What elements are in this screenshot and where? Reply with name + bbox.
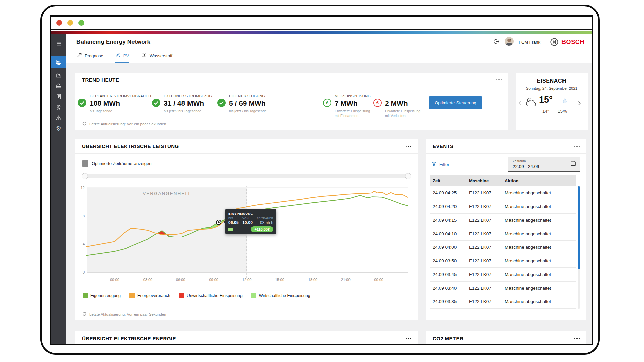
- card-title: ÜBERSICHT ELEKTRISCHE ENERGIE: [82, 336, 176, 341]
- table-row[interactable]: 24.09 04:10E122 LK07Maschine angeschalte…: [430, 227, 576, 241]
- sidebar-item-toolbox[interactable]: [51, 80, 66, 91]
- logout-icon[interactable]: [493, 38, 500, 46]
- table-row[interactable]: 24.09 03:50E122 LK07Maschine angeschalte…: [430, 254, 576, 268]
- tooltip-profit-badge: +110,00€: [251, 226, 273, 232]
- app-header: Balancing Energy Network: [66, 34, 592, 50]
- optimierte-steuerung-button[interactable]: Optimierte Steuerung: [429, 96, 482, 109]
- table-row[interactable]: 24.09 03:45E122 LK07Maschine abgeschalte…: [430, 268, 576, 282]
- more-menu-icon[interactable]: [574, 146, 580, 147]
- sidebar-item-dashboard[interactable]: [51, 56, 66, 68]
- power-overview-card: ÜBERSICHT ELEKTRISCHE LEISTUNG Optimiert…: [75, 139, 418, 320]
- tooltip-swatch: [228, 228, 233, 231]
- svg-text:4: 4: [83, 242, 85, 246]
- more-menu-icon[interactable]: [406, 146, 411, 147]
- svg-text:18:00: 18:00: [308, 278, 318, 282]
- tab-prognose[interactable]: Prognose: [76, 52, 103, 63]
- window-minimize-icon[interactable]: [67, 20, 73, 26]
- svg-text:00:00: 00:00: [110, 278, 119, 282]
- sidebar-item-alerts[interactable]: [51, 113, 66, 123]
- svg-text:21:00: 21:00: [341, 278, 351, 282]
- chevron-right-icon[interactable]: [578, 101, 581, 107]
- check-circle-icon: [217, 99, 226, 107]
- sidebar-item-factory[interactable]: [51, 70, 66, 80]
- table-row[interactable]: 24.09 03:40E122 LK07Maschine angeschalte…: [430, 282, 576, 295]
- table-row[interactable]: 24.09 04:00E122 LK07Maschine abgeschalte…: [430, 241, 576, 254]
- last-update-line: Letzte Aktualisierung: Vor ein paar Seku…: [82, 312, 166, 317]
- svg-text:12:00: 12:00: [242, 278, 252, 282]
- scrollbar-track[interactable]: [578, 186, 580, 309]
- content-area: TREND HEUTE GEPLANTER STROMVERBRAUCH 1: [66, 63, 592, 344]
- last-update-line: Letzte Aktualisierung: Vor ein paar Seku…: [82, 121, 166, 127]
- svg-text:00:00: 00:00: [374, 278, 383, 282]
- time-range-slider[interactable]: [82, 174, 411, 178]
- filter-button[interactable]: Filter: [431, 161, 449, 168]
- slider-handle-right[interactable]: [405, 173, 411, 179]
- sun-icon: [115, 52, 121, 59]
- events-table: Zeit Maschine Aktion 24.09 04:25E122 LK0…: [430, 175, 576, 309]
- card-title: EVENTS: [433, 143, 453, 149]
- refresh-icon[interactable]: [82, 121, 87, 127]
- chart-area: 0481200:0003:0006:0009:0012:0015:0018:00…: [78, 183, 415, 284]
- weather-temp: 15°: [539, 95, 553, 105]
- avatar[interactable]: [505, 37, 514, 47]
- waves-icon: [141, 52, 147, 59]
- weather-precipitation: 15%: [558, 109, 567, 114]
- tab-wasserstoff[interactable]: Wasserstoff: [141, 52, 172, 63]
- legend-swatch: [179, 293, 184, 298]
- table-row[interactable]: 24.09 04:20E122 LK07Maschine angeschalte…: [430, 200, 576, 214]
- sidebar-item-settings[interactable]: [51, 123, 66, 134]
- sidebar: [51, 34, 66, 344]
- events-card: EVENTS Filter: [426, 139, 586, 320]
- chevron-left-icon[interactable]: [518, 101, 521, 107]
- legend-item: Unwirtschaftliche Einspeisung: [179, 293, 243, 298]
- legend-item: Wirtschaftliche Einspeisung: [251, 293, 310, 298]
- more-menu-icon[interactable]: [406, 338, 411, 339]
- svg-text:06:00: 06:00: [176, 278, 185, 282]
- scrollbar-thumb[interactable]: [578, 186, 580, 269]
- more-menu-icon[interactable]: [496, 79, 502, 81]
- tab-pv[interactable]: PV: [115, 52, 129, 63]
- metric-externer-strombezug: EXTERNER STROMBEZUG 31 / 48 MWh bis jetz…: [152, 94, 212, 113]
- check-circle-icon: [152, 99, 160, 107]
- euro-red-icon: [373, 99, 382, 107]
- co2-meter-card: CO2 METER: [426, 331, 586, 344]
- zeitraum-field[interactable]: Zeitraum 22.09 - 24.09: [508, 157, 580, 172]
- page-title: Balancing Energy Network: [76, 39, 150, 45]
- trend-heute-card: TREND HEUTE GEPLANTER STROMVERBRAUCH 1: [75, 73, 508, 130]
- table-row[interactable]: 24.09 04:15E122 LK07Maschine abgeschalte…: [430, 214, 576, 227]
- calendar-icon: [570, 160, 576, 168]
- legend-swatch: [83, 293, 88, 298]
- euro-green-icon: [323, 99, 331, 107]
- svg-text:09:00: 09:00: [209, 278, 218, 282]
- brand-wordmark: BOSCH: [561, 39, 584, 46]
- card-title: TREND HEUTE: [82, 77, 119, 83]
- sidebar-item-certificates[interactable]: [51, 102, 66, 113]
- card-title: CO2 METER: [433, 336, 463, 341]
- page: Balancing Energy Network: [0, 0, 644, 362]
- window-close-icon[interactable]: [56, 20, 62, 26]
- factory-icon: [55, 72, 62, 78]
- legend-label: Wirtschaftliche Einspeisung: [259, 293, 310, 298]
- bosch-supergraphic-strip: [51, 31, 592, 34]
- energy-overview-card: ÜBERSICHT ELEKTRISCHE ENERGIE: [75, 331, 418, 344]
- gear-icon: [56, 125, 61, 132]
- svg-text:15:00: 15:00: [275, 278, 284, 282]
- sidebar-item-reports[interactable]: [51, 91, 66, 102]
- legend-swatch: [129, 293, 135, 298]
- award-icon: [55, 104, 62, 111]
- events-table-header: Zeit Maschine Aktion: [430, 175, 576, 186]
- events-table-body: 24.09 04:25E122 LK07Maschine abgeschalte…: [430, 186, 576, 309]
- window-zoom-icon[interactable]: [78, 20, 84, 26]
- tabbar: Prognose PV: [66, 50, 592, 63]
- optimized-periods-toggle: Optimierte Zeiträume anzeigen: [82, 160, 151, 167]
- slider-handle-left[interactable]: [82, 173, 88, 179]
- svg-text:03:00: 03:00: [143, 278, 153, 282]
- table-row[interactable]: 24.09 04:25E122 LK07Maschine abgeschalte…: [430, 186, 576, 200]
- refresh-icon[interactable]: [82, 312, 87, 317]
- more-menu-icon[interactable]: [574, 338, 580, 339]
- hamburger-menu-icon[interactable]: [51, 38, 66, 49]
- table-row[interactable]: 24.09 03:35E122 LK07Maschine abgeschalte…: [430, 295, 576, 309]
- funnel-icon: [431, 161, 437, 168]
- metric-geplanter-stromverbrauch: GEPLANTER STROMVERBRAUCH 108 MWh bis Tag…: [78, 94, 151, 113]
- checkbox[interactable]: [82, 160, 88, 167]
